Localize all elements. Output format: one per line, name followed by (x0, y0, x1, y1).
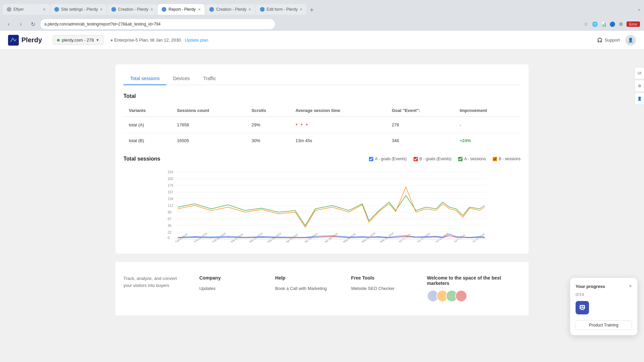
tab-total-sessions[interactable]: Total sessions (123, 72, 166, 85)
status-dot (57, 39, 60, 42)
data-table: Variants Sessions count Scrolls Average … (123, 105, 521, 148)
col-header-improvement: Improvement (454, 105, 521, 117)
footer-help-col: Help Book a Call with Marketing (275, 275, 337, 302)
tab-traffic[interactable]: Traffic (197, 72, 223, 85)
ext-icon-2[interactable]: 📊 (600, 21, 607, 27)
chart-legend: A - goals (Events) B - goals (Events) A … (369, 157, 521, 161)
mascot-icon (578, 304, 586, 312)
browser-tab-1[interactable]: Eflyer × (3, 4, 50, 15)
progress-count: 0/14 (576, 292, 632, 297)
footer-tools-col: Free Tools Website SEO Checker (351, 275, 414, 302)
col-header-avg-session: Average session time (290, 105, 386, 117)
new-tab-button[interactable]: + (307, 5, 317, 15)
loading-dots: • • • (296, 121, 309, 128)
tab-devices[interactable]: Devices (166, 72, 197, 85)
svg-text:Jul 7, 2024: Jul 7, 2024 (453, 233, 466, 242)
progress-close-button[interactable]: × (629, 283, 632, 289)
page-tabs: Total sessions Devices Traffic (123, 72, 521, 85)
svg-text:Feb 28, 2024: Feb 28, 2024 (212, 232, 226, 242)
site-selector[interactable]: plerdy.com - 278 ▼ (53, 35, 104, 45)
svg-point-41 (581, 306, 582, 307)
table-row: total (B) 16505 30% 13m 45s 346 +24% (123, 133, 521, 148)
address-text: a.plerdy.com/admin/ab_testing/report?id=… (44, 22, 161, 26)
logo-icon (8, 35, 19, 46)
progress-header: Your progress × (576, 283, 632, 289)
svg-text:22: 22 (168, 231, 172, 234)
browser-tab-5[interactable]: Creation - Plerdy × (205, 4, 255, 15)
reload-button[interactable]: ↻ (28, 19, 38, 29)
legend-a-goals: A - goals (Events) (369, 157, 407, 161)
browser-tab-3[interactable]: Creation - Plerdy × (107, 4, 157, 15)
tab-label-5: Creation - Plerdy (216, 7, 246, 12)
tab-devices-label: Devices (173, 76, 190, 81)
improvement-value: +24% (460, 138, 471, 143)
tab-close-6[interactable]: × (300, 7, 302, 12)
tab-close-2[interactable]: × (100, 7, 103, 12)
svg-rect-0 (8, 35, 19, 46)
support-label: Support (604, 38, 620, 43)
legend-a-sessions-label: A - sessions (464, 157, 486, 161)
header-right: 🎧 Support 👤 (597, 35, 636, 46)
bookmark-icon[interactable]: ☆ (583, 21, 590, 27)
content-card: Total sessions Devices Traffic Total Var… (115, 64, 529, 254)
browser-tabs: Eflyer × Site settings - Plerdy × Creati… (3, 3, 317, 15)
maximize-button[interactable]: ⌄ (637, 6, 641, 11)
svg-point-42 (583, 306, 584, 307)
sidebar-tab-settings[interactable]: ⚙ (635, 80, 644, 92)
progress-title: Your progress (576, 284, 605, 289)
address-icons: ☆ 🌐 📊 🔵 ⚙ Error (583, 21, 640, 27)
legend-a-sessions-checkbox[interactable] (458, 157, 463, 161)
legend-b-sessions-checkbox[interactable] (493, 157, 497, 161)
community-avatar-4 (455, 290, 467, 302)
ext-icon-3[interactable]: 🔵 (609, 21, 616, 27)
product-training-button[interactable]: Product Training (576, 320, 632, 330)
row1-avg-session: • • • (290, 117, 386, 133)
tab-close-1[interactable]: × (43, 7, 46, 12)
user-avatar[interactable]: 👤 (625, 35, 636, 46)
tab-close-4[interactable]: × (198, 7, 201, 12)
footer-help-title: Help (275, 275, 337, 281)
row1-improvement: - (454, 117, 521, 133)
footer-tools-link-1[interactable]: Website SEO Checker (351, 286, 414, 291)
address-bar[interactable]: a.plerdy.com/admin/ab_testing/report?id=… (40, 19, 275, 29)
community-avatars (427, 290, 521, 302)
row1-variant: total (A) (123, 117, 172, 133)
footer-company-link-1[interactable]: Updates (199, 286, 262, 291)
legend-b-goals: B - goals (Events) (414, 157, 451, 161)
browser-tab-6[interactable]: Edit form - Plerdy × (256, 4, 307, 15)
logo[interactable]: Plerdy (8, 35, 42, 46)
support-button[interactable]: 🎧 Support (597, 38, 620, 43)
legend-a-goals-checkbox[interactable] (369, 157, 373, 161)
error-badge[interactable]: Error (627, 21, 640, 27)
legend-b-goals-checkbox[interactable] (414, 157, 418, 161)
sidebar-tab-ui[interactable]: UI (635, 67, 644, 79)
table-section-title: Total (123, 93, 521, 99)
update-plan-link[interactable]: Update plan (185, 38, 208, 43)
svg-rect-43 (581, 308, 584, 309)
ext-icon-1[interactable]: 🌐 (592, 21, 598, 27)
back-button[interactable]: ‹ (4, 19, 13, 29)
footer-tools-title: Free Tools (351, 275, 414, 281)
col-header-goal: Goal "Event": (386, 105, 454, 117)
svg-text:157: 157 (168, 190, 173, 194)
tab-close-5[interactable]: × (249, 7, 251, 12)
browser-tab-4[interactable]: Report - Plerdy × (158, 4, 205, 15)
app-header: Plerdy plerdy.com - 278 ▼ ● Enterprise-5… (0, 31, 644, 50)
footer-help-link-1[interactable]: Book a Call with Marketing (275, 286, 337, 291)
main-content: Total sessions Devices Traffic Total Var… (107, 56, 537, 323)
row1-scrolls: 29% (246, 117, 290, 133)
browser-tab-2[interactable]: Site settings - Plerdy × (50, 4, 107, 15)
ext-icon-4[interactable]: ⚙ (618, 21, 625, 27)
plerdy-tab-icon-4 (162, 7, 166, 12)
plerdy-tab-icon-2 (54, 7, 59, 12)
forward-button[interactable]: › (16, 19, 25, 29)
row2-variant: total (B) (123, 133, 172, 148)
row2-avg-session: 13m 45s (290, 133, 386, 148)
chart-svg: 224 202 179 157 134 112 90 67 45 22 0 (123, 169, 521, 242)
sidebar-tab-user[interactable]: 👤 (635, 93, 644, 105)
tab-close-3[interactable]: × (150, 7, 153, 12)
chart-container: 224 202 179 157 134 112 90 67 45 22 0 (123, 169, 521, 246)
legend-b-sessions-label: B - sessions (499, 157, 521, 161)
svg-text:202: 202 (168, 177, 173, 181)
row2-improvement: +24% (454, 133, 521, 148)
